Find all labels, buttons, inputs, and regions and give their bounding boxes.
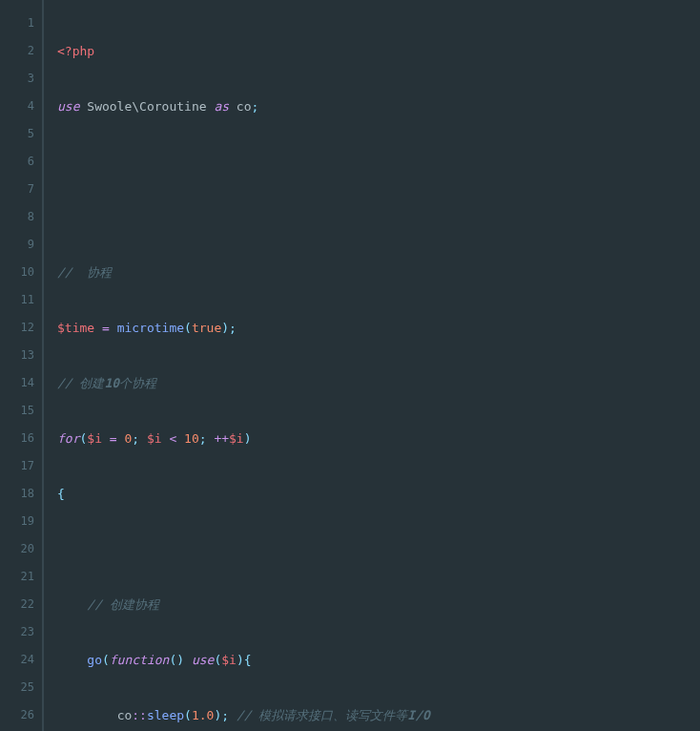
code-line[interactable] xyxy=(57,203,700,231)
line-number: 22 xyxy=(0,591,42,618)
code-line[interactable]: for($i = 0; $i < 10; ++$i) xyxy=(57,425,700,452)
code-line[interactable]: co::sleep(1.0); // 模拟请求接口、读写文件等I/O xyxy=(57,701,700,729)
line-number: 15 xyxy=(0,397,42,425)
code-line[interactable]: use Swoole\Coroutine as co; xyxy=(57,93,700,120)
line-number: 18 xyxy=(0,480,42,508)
comment: // 协程 xyxy=(57,265,112,280)
line-number: 9 xyxy=(0,231,42,259)
line-number: 19 xyxy=(0,508,42,535)
line-number: 24 xyxy=(0,646,42,674)
code-line[interactable]: // 协程 xyxy=(57,259,700,286)
line-number: 5 xyxy=(0,120,42,148)
code-line[interactable]: { xyxy=(57,480,700,508)
line-number: 10 xyxy=(0,259,42,286)
code-line[interactable]: <?php xyxy=(57,37,700,65)
line-number: 12 xyxy=(0,314,42,342)
line-number: 17 xyxy=(0,452,42,480)
code-line[interactable]: // 创建协程 xyxy=(57,591,700,618)
line-number: 13 xyxy=(0,342,42,369)
line-number: 8 xyxy=(0,203,42,231)
code-line[interactable] xyxy=(57,535,700,563)
code-editor[interactable]: <?php use Swoole\Coroutine as co; // 协程 … xyxy=(44,0,700,731)
line-number: 2 xyxy=(0,37,42,65)
line-number: 7 xyxy=(0,176,42,203)
php-open-tag: <?php xyxy=(57,44,94,58)
code-line[interactable]: $time = microtime(true); xyxy=(57,314,700,342)
line-number: 20 xyxy=(0,535,42,563)
code-line[interactable]: go(function() use($i){ xyxy=(57,646,700,674)
line-number: 1 xyxy=(0,10,42,37)
line-number: 23 xyxy=(0,618,42,646)
line-number: 6 xyxy=(0,148,42,176)
line-number: 21 xyxy=(0,563,42,591)
line-number-gutter: 1 2 3 4 5 6 7 8 9 10 11 12 13 14 15 16 1… xyxy=(0,0,44,731)
line-number: 4 xyxy=(0,93,42,120)
code-line[interactable]: // 创建10个协程 xyxy=(57,369,700,397)
line-number: 16 xyxy=(0,425,42,452)
line-number: 25 xyxy=(0,674,42,701)
line-number: 3 xyxy=(0,65,42,93)
line-number: 26 xyxy=(0,701,42,729)
line-number: 14 xyxy=(0,369,42,397)
code-line[interactable] xyxy=(57,148,700,176)
line-number: 11 xyxy=(0,286,42,314)
